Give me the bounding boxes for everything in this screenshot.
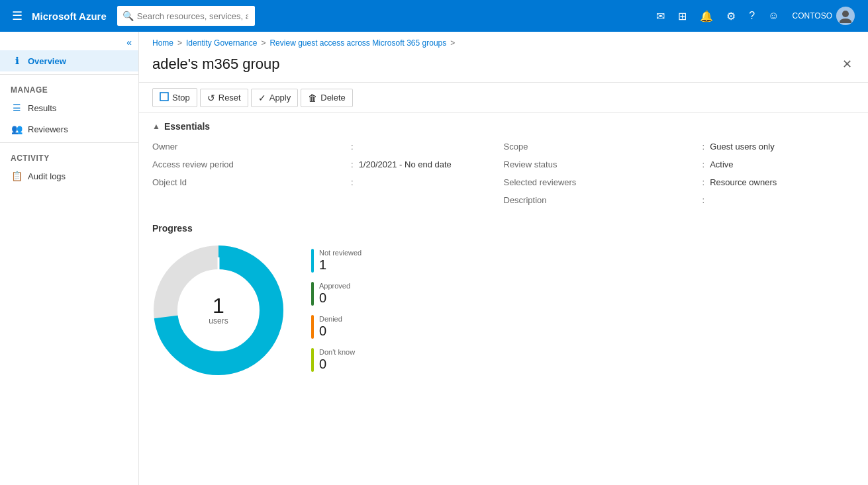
donut-label: users — [209, 316, 228, 326]
search-input[interactable] — [117, 6, 255, 26]
topnav-right: ✉ ⊞ 🔔 ⚙ ? ☺ CONTOSO — [651, 4, 860, 28]
essentials-title: Essentials — [164, 121, 210, 132]
sidebar-item-reviewers[interactable]: 👥 Reviewers — [0, 118, 138, 140]
delete-label: Delete — [320, 93, 346, 103]
overview-icon: ℹ — [11, 56, 23, 66]
apply-button[interactable]: ✓ Apply — [251, 89, 299, 107]
donut-count: 1 — [209, 295, 228, 316]
legend-text: Denied 0 — [319, 315, 342, 339]
settings-icon[interactable]: ⚙ — [721, 6, 741, 26]
apply-icon: ✓ — [258, 93, 266, 103]
progress-title: Progress — [152, 223, 855, 234]
apply-label: Apply — [269, 93, 291, 103]
essentials-section: ▲ Essentials Owner : Scope :Guest users … — [139, 113, 868, 215]
legend-item: Approved 0 — [311, 282, 362, 306]
selected-reviewers-label: Selected reviewers — [504, 175, 702, 189]
activity-section-label: Activity — [0, 146, 138, 165]
review-status-value: :Active — [702, 157, 855, 171]
email-icon[interactable]: ✉ — [651, 6, 670, 26]
owner-value: : — [351, 140, 504, 154]
access-review-period-value: :1/20/2021 - No end date — [351, 157, 504, 171]
progress-section: Progress 1 use — [139, 215, 868, 384]
legend-name: Denied — [319, 315, 342, 323]
breadcrumb-review-guest[interactable]: Review guest access across Microsoft 365… — [269, 38, 446, 48]
username-label: CONTOSO — [793, 11, 832, 21]
azure-logo: Microsoft Azure — [32, 11, 107, 22]
page-close-button[interactable]: ✕ — [840, 54, 855, 74]
breadcrumb-sep-3: > — [450, 38, 455, 48]
stop-button[interactable]: Stop — [152, 88, 197, 107]
results-icon: ☰ — [11, 103, 23, 113]
delete-button[interactable]: 🗑 Delete — [301, 89, 353, 107]
portal-icon[interactable]: ⊞ — [673, 6, 692, 26]
svg-rect-2 — [160, 93, 168, 101]
progress-chart-wrap: 1 users Not reviewed 1 Approved 0 — [152, 244, 855, 376]
sidebar-collapse-btn[interactable]: « — [0, 32, 138, 50]
legend-item: Denied 0 — [311, 315, 362, 339]
description-value: : — [702, 193, 855, 207]
legend-name: Don't know — [319, 348, 355, 356]
essentials-grid: Owner : Scope :Guest users only Access r… — [152, 140, 855, 207]
page-title: adele's m365 group — [152, 56, 280, 73]
manage-section-label: Manage — [0, 77, 138, 97]
search-wrapper: 🔍 — [117, 6, 501, 26]
audit-logs-icon: 📋 — [11, 171, 23, 181]
reset-icon: ↺ — [207, 93, 215, 103]
overview-label: Overview — [28, 56, 66, 66]
app-layout: « ℹ Overview Manage ☰ Results 👥 Reviewer… — [0, 32, 868, 485]
legend-name: Not reviewed — [319, 249, 362, 257]
delete-icon: 🗑 — [308, 93, 317, 103]
review-status-label: Review status — [504, 157, 702, 171]
svg-point-0 — [842, 11, 849, 17]
scope-value: :Guest users only — [702, 140, 855, 154]
selected-reviewers-value: :Resource owners — [702, 175, 855, 189]
breadcrumb-sep-2: > — [261, 38, 265, 48]
avatar — [836, 7, 855, 25]
sidebar-item-audit-logs[interactable]: 📋 Audit logs — [0, 165, 138, 187]
page-header: adele's m365 group ✕ — [139, 50, 868, 82]
legend-bar — [311, 249, 314, 273]
reviewers-label: Reviewers — [28, 124, 68, 134]
legend-text: Approved 0 — [319, 282, 350, 306]
access-review-period-label: Access review period — [152, 157, 351, 171]
bell-icon[interactable]: 🔔 — [695, 6, 718, 26]
legend-item: Don't know 0 — [311, 348, 362, 372]
toolbar: Stop ↺ Reset ✓ Apply 🗑 Delete — [139, 82, 868, 113]
legend-count: 0 — [319, 290, 350, 306]
collapse-icon: « — [126, 37, 132, 48]
topnav: ☰ Microsoft Azure 🔍 ✉ ⊞ 🔔 ⚙ ? ☺ CONTOSO — [0, 0, 868, 32]
feedback-icon[interactable]: ☺ — [763, 6, 784, 26]
reset-button[interactable]: ↺ Reset — [200, 89, 248, 107]
stop-label: Stop — [172, 93, 190, 103]
legend-count: 1 — [319, 257, 362, 273]
donut-center: 1 users — [209, 295, 228, 326]
legend-bar — [311, 315, 314, 339]
help-icon[interactable]: ? — [744, 6, 760, 26]
essentials-toggle[interactable]: ▲ Essentials — [152, 121, 855, 132]
breadcrumb: Home > Identity Governance > Review gues… — [139, 32, 868, 50]
search-icon: 🔍 — [122, 11, 134, 21]
breadcrumb-home[interactable]: Home — [152, 38, 173, 48]
legend-text: Don't know 0 — [319, 348, 355, 372]
sidebar-divider-2 — [0, 142, 138, 143]
object-id-value: : — [351, 175, 504, 189]
breadcrumb-sep-1: > — [177, 38, 182, 48]
legend-count: 0 — [319, 323, 342, 339]
svg-point-1 — [840, 19, 851, 23]
breadcrumb-identity-governance[interactable]: Identity Governance — [186, 38, 257, 48]
legend-text: Not reviewed 1 — [319, 249, 362, 273]
legend-item: Not reviewed 1 — [311, 249, 362, 273]
description-label: Description — [504, 193, 702, 207]
legend-count: 0 — [319, 356, 355, 372]
legend-bar — [311, 348, 314, 372]
hamburger-menu-icon[interactable]: ☰ — [8, 5, 26, 27]
sidebar: « ℹ Overview Manage ☰ Results 👥 Reviewer… — [0, 32, 139, 485]
sidebar-item-results[interactable]: ☰ Results — [0, 97, 138, 118]
user-menu[interactable]: CONTOSO — [787, 4, 860, 28]
sidebar-item-overview[interactable]: ℹ Overview — [0, 50, 138, 71]
legend: Not reviewed 1 Approved 0 Denied 0 Don't… — [311, 249, 362, 372]
donut-chart: 1 users — [152, 244, 285, 376]
legend-bar — [311, 282, 314, 306]
legend-name: Approved — [319, 282, 350, 290]
object-id-label: Object Id — [152, 175, 351, 189]
